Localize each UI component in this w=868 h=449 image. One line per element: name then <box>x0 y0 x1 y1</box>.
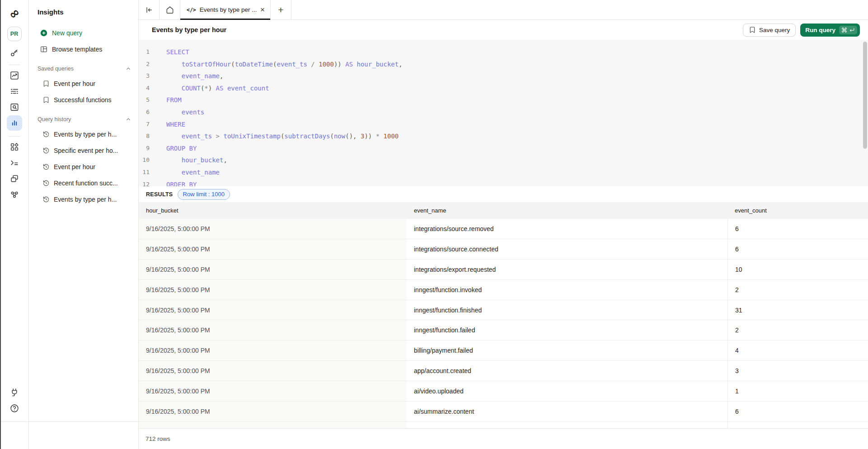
rail-btn-terminal-icon[interactable] <box>7 155 22 170</box>
tab-events-by-type[interactable]: </> Events by type per ... × <box>180 0 271 19</box>
sidebar-item-label: Events by type per h... <box>54 131 117 138</box>
sidebar-footer <box>29 421 138 449</box>
rail-btn-key-icon[interactable] <box>7 45 22 61</box>
sidebar-item[interactable]: Recent function succ... <box>29 175 138 191</box>
sidebar-item[interactable]: Event per hour <box>29 76 138 92</box>
cell-hour-bucket: 9/16/2025, 5:00:00 PM <box>139 300 407 320</box>
rail-btn-windows-icon[interactable] <box>7 171 22 186</box>
apps-grid-icon <box>9 142 19 152</box>
rail-btn-workflow-icon[interactable] <box>7 187 22 202</box>
inngest-status-button[interactable]: ∞ <box>6 426 23 443</box>
sidebar-item[interactable]: Events by type per h... <box>29 126 138 142</box>
results-header: RESULTS Row limit : 1000 <box>139 186 868 202</box>
browse-templates-button[interactable]: Browse templates <box>29 41 138 57</box>
table-row: 9/16/2025, 5:00:00 PM ai/summarize.conte… <box>139 402 868 422</box>
windows-icon <box>9 174 19 184</box>
query-title: Events by type per hour <box>152 26 226 33</box>
sidebar-item[interactable]: Successful functions <box>29 92 138 108</box>
results-footer: 712 rows <box>139 428 868 449</box>
cell-event-count: 2 <box>727 280 868 300</box>
browse-templates-label: Browse templates <box>52 46 102 53</box>
table-row: 9/16/2025, 5:00:00 PM inngest/function.f… <box>139 300 868 321</box>
run-query-label: Run query <box>805 27 835 33</box>
section-label: Saved queries <box>38 66 74 72</box>
cell-event-name: ai/video.uploaded <box>407 388 727 395</box>
section-header[interactable]: Query history <box>29 113 138 126</box>
sidebar-item[interactable]: Specific event per ho... <box>29 142 138 159</box>
cell-event-count: 6 <box>727 219 868 239</box>
plus-circle-icon <box>40 29 48 37</box>
rail-btn-bar-chart-icon[interactable] <box>7 115 22 131</box>
code-line: 8 event_ts > toUnixTimestamp(subtractDay… <box>139 130 868 142</box>
list-filter-icon <box>9 86 19 96</box>
column-header-event-name: event_name <box>407 207 727 214</box>
line-number: 4 <box>139 82 150 95</box>
page-title: Insights <box>29 0 138 20</box>
save-query-button[interactable]: Save query <box>743 24 796 37</box>
app-window: ∞ PR ∞ Insights New query Browse templat… <box>0 0 868 449</box>
rail-btn-list-filter-icon[interactable] <box>7 84 22 99</box>
code-line: 11 event_name <box>139 166 868 179</box>
cell-hour-bucket: 9/16/2025, 5:00:00 PM <box>139 402 407 421</box>
bookmark-icon <box>42 80 50 87</box>
editor-scrollbar[interactable] <box>863 42 867 149</box>
shortcut-chip <box>839 26 857 34</box>
history-icon <box>42 180 50 187</box>
line-number: 1 <box>139 46 150 58</box>
history-icon <box>42 147 50 154</box>
section-label: Query history <box>38 116 71 123</box>
rail-footer: ∞ <box>0 421 28 449</box>
cell-event-count: 6 <box>727 402 868 421</box>
line-number: 2 <box>139 58 150 71</box>
line-number: 9 <box>139 142 150 155</box>
plus-icon: + <box>278 5 283 14</box>
cell-event-name: inngest/function.failed <box>407 326 727 334</box>
code-line: 1 SELECT <box>139 46 868 58</box>
row-limit-badge[interactable]: Row limit : 1000 <box>178 189 230 200</box>
rail-btn-line-chart-icon[interactable] <box>7 68 22 83</box>
close-tab-icon[interactable]: × <box>260 6 265 14</box>
return-icon <box>849 27 855 33</box>
cell-event-count: 31 <box>727 300 868 320</box>
code-line: 2 toStartOfHour(toDateTime(event_ts / 10… <box>139 58 868 71</box>
home-tab-button[interactable] <box>160 0 180 19</box>
rail-btn-help-icon[interactable] <box>7 401 22 416</box>
rail-btn-plug-icon[interactable] <box>7 385 22 400</box>
results-label: RESULTS <box>146 191 173 198</box>
sidebar-item-label: Successful functions <box>54 96 112 104</box>
table-row: 9/16/2025, 5:00:00 PM inngest/function.i… <box>139 280 868 300</box>
cell-event-count: 10 <box>727 260 868 279</box>
table-row-partial <box>139 422 868 428</box>
main-panel: </> Events by type per ... × + Events by… <box>139 0 868 449</box>
sidebar-item[interactable]: Events by type per h... <box>29 191 138 208</box>
history-icon <box>42 163 50 170</box>
save-query-label: Save query <box>759 27 790 33</box>
rail-btn-doc-search-icon[interactable] <box>7 99 22 115</box>
table-row: 9/16/2025, 5:00:00 PM integrations/sourc… <box>139 239 868 260</box>
sidebar-item-label: Event per hour <box>54 163 95 170</box>
collapse-sidebar-button[interactable] <box>139 0 160 19</box>
column-header-hour-bucket: hour_bucket <box>139 207 407 214</box>
bookmark-icon <box>749 26 756 33</box>
code-line: 5 FROM <box>139 94 868 106</box>
sql-editor[interactable]: 1 SELECT2 toStartOfHour(toDateTime(event… <box>139 40 868 186</box>
cell-event-name: integrations/export.requested <box>407 266 727 273</box>
command-icon <box>841 27 847 33</box>
sidebar-item[interactable]: Event per hour <box>29 159 138 175</box>
history-icon <box>42 131 50 138</box>
rail-btn-apps-grid-icon[interactable] <box>7 139 22 155</box>
cell-hour-bucket: 9/16/2025, 5:00:00 PM <box>139 361 407 381</box>
new-tab-button[interactable]: + <box>271 0 291 19</box>
sidebar-item-label: Recent function succ... <box>54 180 118 187</box>
line-number: 7 <box>139 118 150 131</box>
new-query-label: New query <box>52 29 82 37</box>
query-toolbar: Events by type per hour Save query Run q… <box>139 20 868 40</box>
profile-badge[interactable]: PR <box>7 27 22 41</box>
row-count: 712 rows <box>145 435 170 442</box>
new-query-button[interactable]: New query <box>29 25 138 41</box>
run-query-button[interactable]: Run query <box>800 24 860 37</box>
section-header[interactable]: Saved queries <box>29 62 138 76</box>
inngest-logo[interactable]: ∞ <box>6 5 23 21</box>
column-header-event-count: event_count <box>727 207 868 214</box>
chevron-up-icon <box>125 65 132 72</box>
